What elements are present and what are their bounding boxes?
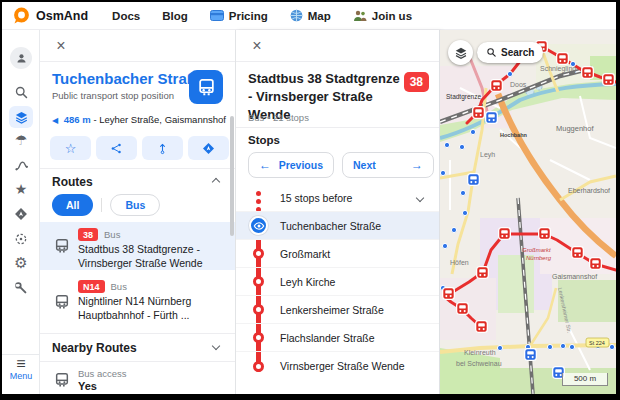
bus-icon	[197, 78, 216, 97]
next-button[interactable]: Next →	[342, 152, 434, 178]
menu-button[interactable]: ≡ Menu	[2, 354, 40, 394]
map-label: Eberhardshof	[568, 187, 610, 194]
stop-row[interactable]: Leyh Kirche	[236, 268, 439, 296]
bus-access-icon-wrap	[54, 372, 70, 392]
map-canvas[interactable]: Stadtgrenze Doos Schniegling Muggenhof H…	[440, 30, 616, 394]
wrench-icon	[14, 281, 28, 295]
map-label: Leyh	[480, 151, 495, 159]
bus-icon	[54, 238, 70, 254]
expand-chevron-icon	[416, 194, 424, 202]
stop-row[interactable]: Lenkersheimer Straße	[236, 296, 439, 324]
bus-access-value: Yes	[78, 380, 97, 392]
rail-search-button[interactable]	[2, 81, 40, 103]
account-button[interactable]	[10, 47, 32, 69]
filter-bus[interactable]: Bus	[110, 194, 160, 216]
eye-icon	[253, 220, 265, 232]
route-filters: All Bus	[52, 194, 160, 216]
stop-actions: ☆	[50, 136, 229, 160]
layers-icon	[454, 46, 468, 60]
map-label: Gaismannshof	[552, 273, 597, 280]
nav-map[interactable]: Map	[290, 9, 331, 22]
stop-marker	[253, 332, 264, 343]
navigate-button[interactable]	[188, 136, 229, 160]
bearing-icon: ◀	[52, 116, 58, 125]
nearby-routes-header: Nearby Routes	[52, 341, 137, 355]
map-search-button[interactable]: Search	[477, 42, 543, 63]
expand-chevron-icon[interactable]	[212, 342, 220, 350]
stop-marker	[253, 361, 264, 372]
route-meta: Bus • 21 stops	[248, 112, 309, 123]
left-icon-rail: ☂ ★ ⚙ ≡ Menu	[2, 30, 40, 394]
route-name: Nightliner N14 Nürnberg Hauptbahnhof - F…	[78, 294, 228, 322]
record-circle-icon	[14, 232, 28, 246]
pricing-card-icon	[210, 10, 224, 21]
route-details-panel: × Stadtbus 38 Stadtgrenze - Virnsberger …	[236, 30, 440, 394]
search-icon	[14, 85, 29, 100]
browser-window: OsmAnd Docs Blog Pricing Map Join us ☂ ★…	[0, 0, 620, 400]
rail-navigation-button[interactable]	[2, 203, 40, 225]
navigation-diamond-icon	[14, 207, 28, 221]
star-icon: ★	[15, 181, 28, 197]
close-icon[interactable]: ×	[246, 35, 268, 57]
nav-join-us[interactable]: Join us	[353, 10, 412, 22]
nav-docs[interactable]: Docs	[112, 10, 140, 22]
map-label: Muggenhof	[556, 124, 594, 133]
stops-header: Stops	[248, 134, 280, 146]
rail-settings-button[interactable]: ⚙	[2, 252, 40, 274]
share-icon	[110, 142, 123, 155]
osmand-logo-icon	[12, 7, 30, 25]
rail-layers-button[interactable]	[9, 106, 33, 128]
stop-row[interactable]: Virnsberger Straße Wende	[236, 352, 439, 380]
stop-details-panel: × Tuchenbacher Straße Public transport s…	[40, 30, 236, 394]
map-label: Höfen	[450, 259, 469, 266]
stop-marker	[253, 304, 264, 315]
stop-row[interactable]: Flachslander Straße	[236, 324, 439, 352]
rail-weather-button[interactable]: ☂	[2, 129, 40, 151]
route-track-icon	[14, 158, 29, 173]
panel1-header: ×	[40, 30, 235, 62]
rail-favorites-button[interactable]: ★	[2, 178, 40, 200]
map-label: St 224	[589, 340, 605, 346]
routes-header: Routes	[52, 175, 93, 189]
stop-row-current[interactable]: Tuchenbacher Straße	[236, 212, 439, 240]
rail-tracks-button[interactable]	[2, 154, 40, 176]
route-name: Stadtbus 38 Stadtgrenze - Virnsberger St…	[78, 242, 228, 270]
share-button[interactable]	[96, 136, 137, 160]
route-list-item[interactable]: 38 Bus Stadtbus 38 Stadtgrenze - Virnsbe…	[40, 222, 235, 270]
arrow-right-icon: →	[411, 158, 423, 172]
nav-blog[interactable]: Blog	[162, 10, 188, 22]
bus-icon	[54, 294, 70, 310]
arrow-left-icon: ←	[259, 158, 271, 172]
close-icon[interactable]: ×	[50, 35, 72, 57]
map-label: Stadtgrenze	[446, 93, 481, 101]
stop-title: Tuchenbacher Straße	[52, 70, 204, 87]
globe-icon	[290, 9, 303, 22]
brand-name: OsmAnd	[36, 9, 88, 23]
map-layers-button[interactable]	[448, 40, 473, 65]
panel1-scrollbar[interactable]	[230, 116, 234, 236]
map-label: Großmarkt	[522, 247, 551, 253]
map-tiles: Stadtgrenze Doos Schniegling Muggenhof H…	[440, 30, 616, 394]
person-icon	[15, 52, 28, 65]
umbrella-icon: ☂	[15, 132, 28, 148]
stop-marker	[253, 276, 264, 287]
filter-all[interactable]: All	[52, 194, 93, 216]
route-list-item[interactable]: N14 Bus Nightliner N14 Nürnberg Hauptbah…	[40, 274, 235, 330]
collapse-chevron-icon[interactable]	[212, 178, 220, 186]
nav-pricing[interactable]: Pricing	[210, 10, 268, 22]
previous-button[interactable]: ← Previous	[248, 152, 334, 178]
stops-before-row[interactable]: 15 stops before	[236, 184, 439, 212]
navigation-diamond-icon	[202, 142, 215, 155]
route-badge: N14	[78, 280, 105, 293]
panel2-header: ×	[236, 30, 439, 62]
map-scale-bar: 500 m	[562, 373, 608, 386]
transport-type-button[interactable]	[189, 70, 223, 104]
rail-tools-button[interactable]	[2, 277, 40, 299]
bearing-distance: 486 m	[64, 114, 91, 125]
stop-row[interactable]: Großmarkt	[236, 240, 439, 268]
osmand-brand[interactable]: OsmAnd	[12, 7, 88, 25]
rail-trip-recording-button[interactable]	[2, 228, 40, 250]
measure-button[interactable]	[142, 136, 183, 160]
layers-icon	[14, 110, 29, 125]
favorite-button[interactable]: ☆	[50, 136, 91, 160]
